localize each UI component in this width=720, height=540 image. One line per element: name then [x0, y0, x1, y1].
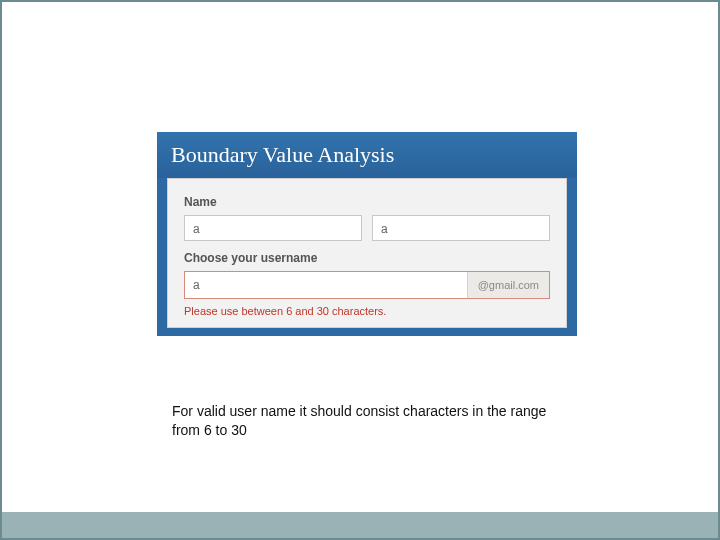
slide-frame: Boundary Value Analysis Name a a Choose … [0, 0, 720, 540]
footer-bar [2, 512, 718, 538]
example-screenshot: Boundary Value Analysis Name a a Choose … [157, 132, 577, 336]
form-background: Name a a Choose your username a @gmail.c… [157, 178, 577, 336]
last-name-input[interactable]: a [372, 215, 550, 241]
first-name-input[interactable]: a [184, 215, 362, 241]
validation-error: Please use between 6 and 30 characters. [184, 305, 550, 317]
name-row: a a [184, 215, 550, 241]
signup-form: Name a a Choose your username a @gmail.c… [167, 178, 567, 328]
username-label: Choose your username [184, 251, 550, 265]
username-field[interactable]: a @gmail.com [184, 271, 550, 299]
username-input[interactable]: a [185, 278, 467, 292]
name-label: Name [184, 195, 550, 209]
username-suffix: @gmail.com [467, 272, 549, 298]
banner-title: Boundary Value Analysis [157, 132, 577, 178]
slide-caption: For valid user name it should consist ch… [172, 402, 572, 440]
